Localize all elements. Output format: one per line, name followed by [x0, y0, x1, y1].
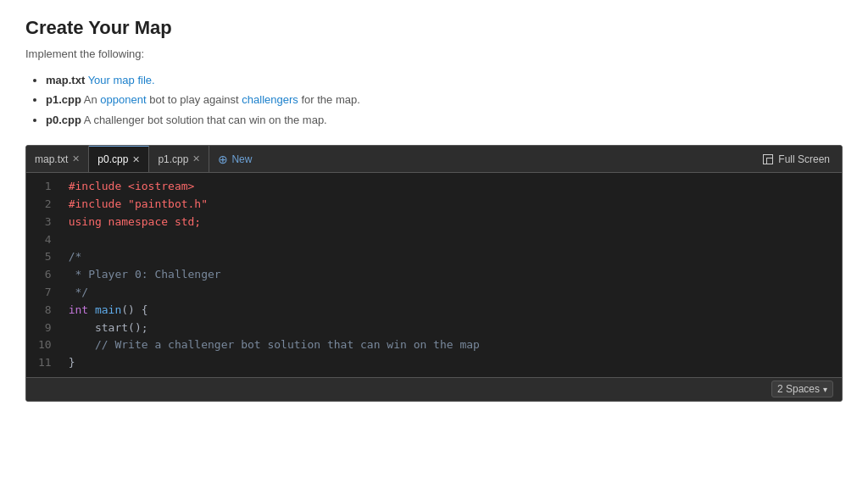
tab-label-map-txt: map.txt [35, 153, 68, 165]
ln-10: 10 [38, 336, 52, 354]
tab-p1-cpp[interactable]: p1.cpp ✕ [149, 146, 209, 172]
file-desc-2b: bot to play against [147, 93, 242, 106]
tab-map-txt[interactable]: map.txt ✕ [26, 146, 89, 172]
file-desc-2: An [84, 93, 101, 106]
code-line-7: */ [69, 284, 833, 302]
code-line-6: * Player 0: Challenger [69, 266, 833, 284]
close-icon-p0-cpp[interactable]: ✕ [132, 154, 140, 165]
filename-3: p0.cpp [46, 114, 81, 126]
page-subtitle: Implement the following: [25, 47, 843, 60]
file-link-2[interactable]: opponent [100, 93, 146, 106]
code-area[interactable]: 1 2 3 4 5 6 7 8 9 10 11 #include <iostre… [26, 173, 842, 377]
list-item: p1.cpp An opponent bot to play against c… [46, 90, 843, 109]
filename-2: p1.cpp [46, 93, 81, 106]
close-icon-map-txt[interactable]: ✕ [72, 153, 80, 164]
ln-9: 9 [38, 320, 52, 337]
indent-selector[interactable]: 2 Spaces ▾ [771, 381, 833, 397]
tab-label-p0-cpp: p0.cpp [97, 153, 128, 165]
file-link-3[interactable]: challengers [242, 93, 298, 106]
code-line-1: #include <iostream> [69, 178, 833, 196]
code-line-4 [69, 231, 833, 249]
line-numbers: 1 2 3 4 5 6 7 8 9 10 11 [26, 178, 60, 372]
file-desc-2c: for the map. [298, 93, 360, 106]
code-line-9: start(); [69, 320, 833, 337]
code-line-10: // Write a challenger bot solution that … [69, 336, 833, 354]
tab-new-label: New [231, 153, 252, 165]
file-list: map.txt Your map file. p1.cpp An opponen… [25, 70, 843, 130]
list-item: p0.cpp A challenger bot solution that ca… [46, 110, 843, 130]
bottom-bar: 2 Spaces ▾ [26, 377, 842, 401]
page-title: Create Your Map [25, 17, 843, 39]
code-line-2: #include "paintbot.h" [69, 196, 833, 214]
chevron-down-icon: ▾ [823, 385, 827, 394]
indent-label: 2 Spaces [777, 383, 820, 395]
tab-new[interactable]: ⊕ New [209, 146, 260, 172]
file-desc-3: A challenger bot solution that can win o… [84, 114, 327, 126]
ln-7: 7 [38, 284, 52, 302]
plus-icon: ⊕ [218, 153, 228, 166]
file-link-1[interactable]: Your map file. [88, 74, 155, 86]
list-item: map.txt Your map file. [46, 70, 843, 90]
fullscreen-icon [763, 154, 773, 164]
tab-label-p1-cpp: p1.cpp [158, 153, 188, 165]
ln-11: 11 [38, 354, 52, 372]
filename-1: map.txt [46, 74, 85, 86]
ln-3: 3 [38, 214, 52, 231]
code-line-3: using namespace std; [69, 214, 833, 231]
code-line-11: } [69, 354, 833, 372]
ln-4: 4 [38, 231, 52, 249]
tab-p0-cpp[interactable]: p0.cpp ✕ [89, 146, 149, 172]
fullscreen-label: Full Screen [778, 153, 830, 165]
editor-container: map.txt ✕ p0.cpp ✕ p1.cpp ✕ ⊕ New Full S… [25, 145, 843, 402]
ln-6: 6 [38, 266, 52, 284]
code-content: #include <iostream> #include "paintbot.h… [60, 178, 842, 372]
close-icon-p1-cpp[interactable]: ✕ [192, 153, 200, 164]
tab-bar: map.txt ✕ p0.cpp ✕ p1.cpp ✕ ⊕ New Full S… [26, 146, 842, 173]
ln-1: 1 [38, 178, 52, 196]
ln-2: 2 [38, 196, 52, 214]
ln-5: 5 [38, 248, 52, 266]
fullscreen-button[interactable]: Full Screen [751, 146, 842, 172]
code-line-5: /* [69, 248, 833, 266]
code-line-8: int main() { [69, 302, 833, 320]
ln-8: 8 [38, 302, 52, 320]
